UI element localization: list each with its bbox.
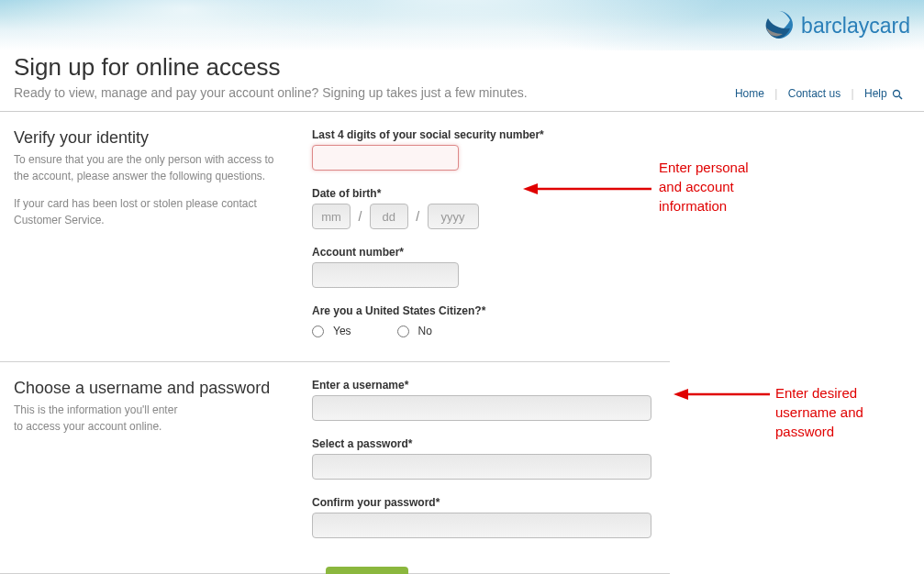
credentials-heading: Choose a username and password — [14, 379, 275, 398]
citizen-yes-radio[interactable] — [312, 326, 324, 337]
identity-desc-2: If your card has been lost or stolen ple… — [14, 195, 275, 228]
ssn-label: Last 4 digits of your social security nu… — [312, 128, 656, 141]
search-icon — [892, 89, 903, 100]
username-label: Enter a username* — [312, 379, 656, 392]
annotation-arrow-1 — [523, 180, 651, 198]
nav-help[interactable]: Help — [857, 87, 910, 100]
annotation-credentials: Enter desired username and password — [775, 383, 863, 441]
nav-help-label: Help — [864, 87, 887, 100]
page-title: Sign up for online access — [14, 53, 910, 82]
svg-point-0 — [894, 90, 900, 96]
svg-marker-5 — [674, 389, 688, 400]
ssn-input[interactable] — [312, 145, 459, 171]
nav-contact[interactable]: Contact us — [781, 87, 848, 100]
confirm-password-label: Confirm your password* — [312, 496, 656, 509]
svg-marker-3 — [523, 183, 538, 194]
annotation-personal-info: Enter personal and account information — [659, 158, 749, 215]
password-input[interactable] — [312, 454, 651, 480]
nav-separator: | — [774, 87, 777, 100]
dob-day-input[interactable] — [370, 204, 408, 229]
submit-button-partial[interactable] — [326, 567, 408, 574]
svg-line-1 — [899, 96, 902, 99]
username-input[interactable] — [312, 395, 651, 421]
citizen-yes-option[interactable]: Yes — [312, 325, 351, 337]
identity-desc-1: To ensure that you are the only person w… — [14, 151, 275, 184]
identity-heading: Verify your identity — [14, 128, 275, 148]
confirm-password-input[interactable] — [312, 513, 651, 538]
account-number-input[interactable] — [312, 262, 459, 288]
citizen-no-option[interactable]: No — [397, 325, 432, 337]
section-credentials: Choose a username and password This is t… — [0, 362, 670, 574]
top-nav: Home | Contact us | Help — [728, 87, 910, 100]
citizen-yes-label: Yes — [333, 325, 351, 337]
citizen-label: Are you a United States Citizen?* — [312, 304, 656, 317]
nav-separator: | — [852, 87, 854, 100]
dob-separator: / — [358, 209, 362, 224]
password-label: Select a password* — [312, 437, 656, 450]
account-number-label: Account number* — [312, 246, 656, 259]
nav-home[interactable]: Home — [728, 87, 772, 100]
dob-year-input[interactable] — [428, 204, 479, 229]
credentials-desc: This is the information you'll enter to … — [14, 402, 275, 435]
citizen-no-label: No — [418, 325, 432, 337]
dob-month-input[interactable] — [312, 204, 351, 229]
annotation-arrow-2 — [674, 385, 770, 403]
section-identity: Verify your identity To ensure that you … — [0, 112, 670, 362]
dob-separator: / — [416, 209, 419, 224]
citizen-no-radio[interactable] — [397, 326, 409, 337]
